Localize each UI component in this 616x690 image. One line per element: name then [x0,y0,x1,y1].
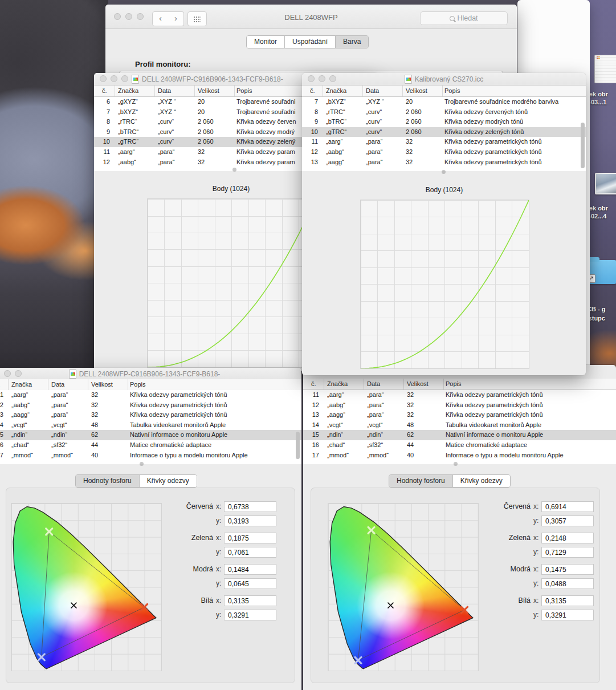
red-primary-marker [141,604,148,610]
cell-num: 15 [304,431,319,438]
table-row[interactable]: 14„vcgt“„vcgt“48Tabulka videokaret monit… [0,420,301,431]
cell-desc: Křivka odezvy parametrických tónů [130,401,227,408]
tab-uspo-d-n-[interactable]: Uspořádání [285,36,336,48]
value-field[interactable]: 0,6738 [224,501,276,512]
table-row[interactable]: 13„aagg“„para“32Křivka odezvy parametric… [0,410,301,420]
cell-desc: Křivka odezvy param [236,148,295,155]
coord-label: x: [216,596,221,604]
table-header[interactable]: č.ZnačkaDataVelikostPopis [303,379,616,390]
desktop-icon-photo[interactable] [595,173,616,194]
table-header[interactable]: č.ZnačkaDataVelikostPopis [302,86,586,97]
titlebar: DELL 2408WFP-C916B906-1343-FCF9-B618- [0,368,301,380]
gamut-triangle [42,531,144,657]
cell-tag: „rTRC“ [118,118,137,125]
horizontal-scroll-indicator[interactable] [232,168,236,172]
value-field[interactable]: 0,1475 [541,564,594,575]
value-field[interactable]: 0,2148 [541,533,594,543]
search-field[interactable]: Hledat [420,11,508,25]
table-row[interactable]: 11„aarg“„para“32Křivka odezvy parametric… [302,137,586,147]
tab-monitor[interactable]: Monitor [247,36,285,48]
cell-num: 12 [95,159,110,165]
tab-hodnoty-fosforu[interactable]: Hodnoty fosforu [389,475,453,487]
table-row[interactable]: 7„bXYZ“„XYZ “20Trojbarevné souřadnice mo… [302,97,586,107]
cell-tag: „aarg“ [326,138,342,145]
desktop-icon-folder-alias[interactable]: ↗ [586,260,616,284]
column-header: Popis [236,87,252,94]
minimize-button[interactable] [111,75,117,82]
horizontal-scroll-indicator[interactable] [140,462,144,466]
tab-k-ivky-odezvy[interactable]: Křivky odezvy [453,475,510,487]
table-row[interactable]: 14„vcgt“„vcgt“48Tabulka videokaret monit… [303,420,616,431]
value-field[interactable]: 0,7129 [541,547,594,558]
window-title: DELL 2408WFP-C916B906-1343-FCF9-B618- [0,368,301,380]
table-row[interactable]: 12„aabg“„para“32Křivka odezvy parametric… [302,147,586,157]
tab-barva[interactable]: Barva [336,36,368,48]
column-header: Data [51,381,64,388]
cell-tag: „bTRC“ [118,128,138,135]
cell-size: 62 [91,431,98,438]
cell-tag: „ndin“ [11,431,27,438]
value-field[interactable]: 0,1484 [224,564,276,575]
icc-document-icon [69,370,76,379]
value-field[interactable]: 0,3291 [541,610,594,620]
value-field[interactable]: 0,0488 [541,578,594,589]
table-row[interactable]: 17„mmod“„mmod“40Informace o typu a model… [0,450,301,461]
value-field[interactable]: 0,1875 [224,533,276,543]
column-divider [403,379,404,389]
column-header: č. [310,87,315,94]
vertical-scrollbar-thumb[interactable] [296,432,300,459]
column-header: Popis [444,87,460,94]
table-row[interactable]: 13„aagg“„para“32Křivka odezvy parametric… [303,410,616,420]
cell-tag: „chad“ [327,441,345,448]
zoom-button[interactable] [121,75,128,82]
search-icon [450,16,455,21]
table-row[interactable]: 15„ndin“„ndin“62Nativní informace o moni… [303,430,616,440]
horizontal-scroll-indicator[interactable] [454,462,458,466]
cell-num: 10 [95,138,110,145]
value-field[interactable]: 0,3291 [224,610,276,620]
tab-k-ivky-odezvy[interactable]: Křivky odezvy [140,475,197,487]
cell-data: „para“ [366,138,382,145]
table-row[interactable]: 17„mmod“„mmod“40Informace o typu a model… [303,450,616,461]
value-field[interactable]: 0,3057 [541,516,594,526]
table-row[interactable]: 11„aarg“„para“32Křivka odezvy parametric… [303,390,616,400]
coord-label: x: [533,565,539,573]
value-field[interactable]: 0,3135 [224,595,276,606]
column-header: č. [311,380,316,387]
table-header[interactable]: č.ZnačkaDataVelikostPopis [0,379,301,391]
spectral-locus-outline [13,507,156,669]
window-title: Kalibrovaný CS270.icc [302,73,586,85]
table-row[interactable]: 15„ndin“„ndin“62Nativní informace o moni… [0,430,301,440]
cell-num: 12 [303,148,318,155]
close-button[interactable] [100,75,107,82]
cell-size: 2 060 [406,128,422,135]
table-row[interactable]: 11„aarg“„para“32Křivka odezvy parametric… [0,390,301,400]
value-field[interactable]: 0,7061 [224,547,276,558]
table-row[interactable]: 9„bTRC“„curv“2 060Křivka odezvy modrých … [302,117,586,127]
horizontal-scroll-indicator[interactable] [442,170,446,174]
table-row[interactable]: 10„gTRC“„curv“2 060Křivka odezvy zelenýc… [302,127,586,137]
value-field[interactable]: 0,3135 [541,595,594,606]
value-field[interactable]: 0,3193 [224,516,276,526]
cell-desc: Křivka odezvy zelených tónů [444,128,524,135]
desktop-icon-screenshot[interactable] [594,55,616,83]
cell-desc: Křivka odezvy parametrických tónů [446,391,543,398]
phosphor-values: Červenáx:0,6914y:0,3057Zelenáx:0,2148y:0… [487,499,601,624]
value-field[interactable]: 0,6914 [541,501,594,512]
table-row[interactable]: 13„aagg“„para“32Křivka odezvy parametric… [302,157,586,168]
value-field[interactable]: 0,0645 [224,578,276,589]
vertical-scrollbar-thumb[interactable] [581,123,585,168]
cell-size: 62 [407,431,414,438]
tab-hodnoty-fosforu[interactable]: Hodnoty fosforu [76,475,140,487]
cell-num: 7 [95,108,110,115]
cell-tag: „chad“ [11,441,29,448]
column-divider [443,379,444,389]
table-row[interactable]: 8„rTRC“„curv“2 060Křivka odezvy červenýc… [302,107,586,117]
chromaticity-diagram [11,503,162,671]
phosphor-label-2: Modrá [487,565,531,573]
cell-num: 6 [95,98,110,105]
table-row[interactable]: 12„aabg“„para“32Křivka odezvy parametric… [0,400,301,411]
table-row[interactable]: 16„chad“„sf32“44Matice chromatické adapt… [0,440,301,450]
table-row[interactable]: 16„chad“„sf32“44Matice chromatické adapt… [303,440,616,450]
table-row[interactable]: 12„aabg“„para“32Křivka odezvy parametric… [303,400,616,411]
